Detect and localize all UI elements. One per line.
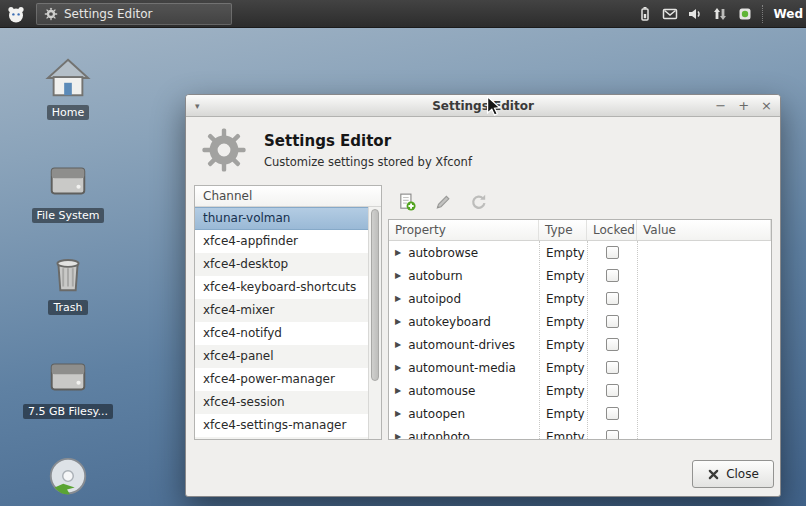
channel-column-header[interactable]: Channel xyxy=(195,186,381,207)
column-header-value[interactable]: Value xyxy=(637,220,771,240)
property-row[interactable]: ▶autoopen Empty xyxy=(389,402,771,425)
top-panel: Settings Editor Wed xyxy=(0,0,806,28)
taskbar-window-button[interactable]: Settings Editor xyxy=(36,3,232,25)
close-button[interactable]: Close xyxy=(692,460,774,488)
property-row[interactable]: ▶autoburn Empty xyxy=(389,264,771,287)
maximize-button[interactable]: + xyxy=(738,95,749,117)
property-name: autokeyboard xyxy=(408,315,491,329)
expander-icon[interactable]: ▶ xyxy=(395,340,401,349)
channel-item[interactable]: xfce4-power-manager xyxy=(195,368,368,391)
scrollbar-thumb[interactable] xyxy=(371,209,379,381)
locked-checkbox[interactable] xyxy=(606,338,619,351)
property-type: Empty xyxy=(539,338,587,352)
locked-checkbox[interactable] xyxy=(606,361,619,374)
property-row[interactable]: ▶autokeyboard Empty xyxy=(389,310,771,333)
property-row[interactable]: ▶autoipod Empty xyxy=(389,287,771,310)
expander-icon[interactable]: ▶ xyxy=(395,317,401,326)
property-type: Empty xyxy=(539,292,587,306)
properties-table: Property Type Locked Value ▶autobrowse E… xyxy=(388,219,772,440)
desktop-icon-trash[interactable]: Trash xyxy=(22,250,114,315)
locked-checkbox[interactable] xyxy=(606,292,619,305)
channel-item[interactable]: xfwm4 xyxy=(195,437,368,439)
column-header-property[interactable]: Property xyxy=(389,220,539,240)
desktop-icon-label: File System xyxy=(32,208,105,223)
channel-pane: Channel thunar-volman xfce4-appfinder xf… xyxy=(194,185,382,440)
expander-icon[interactable]: ▶ xyxy=(395,294,401,303)
property-name: autoopen xyxy=(408,407,465,421)
close-x-icon xyxy=(707,468,720,481)
properties-pane: Property Type Locked Value ▶autobrowse E… xyxy=(388,185,772,440)
locked-checkbox[interactable] xyxy=(606,430,619,439)
locked-checkbox[interactable] xyxy=(606,269,619,282)
edit-property-button[interactable] xyxy=(430,189,456,215)
column-gridline xyxy=(637,241,638,439)
property-row[interactable]: ▶autophoto Empty xyxy=(389,425,771,439)
locked-checkbox[interactable] xyxy=(606,384,619,397)
property-name: autobrowse xyxy=(408,246,478,260)
expander-icon[interactable]: ▶ xyxy=(395,363,401,372)
volume-icon[interactable] xyxy=(687,6,703,22)
applications-menu-button[interactable] xyxy=(0,0,32,28)
channel-scrollbar[interactable] xyxy=(368,207,381,439)
expander-icon[interactable]: ▶ xyxy=(395,409,401,418)
channel-item[interactable]: xfce4-panel xyxy=(195,345,368,368)
xfce-logo-icon xyxy=(6,4,26,24)
desktop-icon-filesystem[interactable]: File System xyxy=(22,158,114,223)
status-icon[interactable] xyxy=(737,6,753,22)
add-property-icon xyxy=(398,193,416,211)
desktop-icon-disc[interactable] xyxy=(22,455,114,501)
clock[interactable]: Wed xyxy=(772,7,803,21)
channel-list: thunar-volman xfce4-appfinder xfce4-desk… xyxy=(195,207,368,439)
locked-checkbox[interactable] xyxy=(606,246,619,259)
property-type: Empty xyxy=(539,430,587,440)
desktop-icon-home[interactable]: Home xyxy=(22,55,114,120)
mail-icon[interactable] xyxy=(662,6,678,22)
channel-item[interactable]: xfce4-session xyxy=(195,391,368,414)
channel-item[interactable]: xfce4-mixer xyxy=(195,299,368,322)
property-type: Empty xyxy=(539,384,587,398)
property-name: automouse xyxy=(408,384,475,398)
gear-icon xyxy=(44,7,58,21)
expander-icon[interactable]: ▶ xyxy=(395,248,401,257)
mouse-cursor xyxy=(483,95,505,117)
property-row[interactable]: ▶autobrowse Empty xyxy=(389,241,771,264)
column-gridline xyxy=(587,241,588,439)
locked-checkbox[interactable] xyxy=(606,315,619,328)
expander-icon[interactable]: ▶ xyxy=(395,386,401,395)
expander-icon[interactable]: ▶ xyxy=(395,432,401,439)
taskbar-window-label: Settings Editor xyxy=(64,7,153,21)
settings-editor-window: ▾ Settings Editor − + × Settings Editor … xyxy=(185,94,781,497)
property-row[interactable]: ▶automouse Empty xyxy=(389,379,771,402)
settings-gear-icon xyxy=(200,126,248,174)
column-header-locked[interactable]: Locked xyxy=(587,220,637,240)
minimize-button[interactable]: − xyxy=(715,95,726,117)
column-gridline xyxy=(539,241,540,439)
property-type: Empty xyxy=(539,246,587,260)
channel-item[interactable]: xfce4-settings-manager xyxy=(195,414,368,437)
channel-item[interactable]: xfce4-keyboard-shortcuts xyxy=(195,276,368,299)
column-header-type[interactable]: Type xyxy=(539,220,587,240)
property-name: automount-drives xyxy=(408,338,515,352)
trash-icon xyxy=(45,250,91,296)
reload-button[interactable] xyxy=(466,189,492,215)
channel-item[interactable]: xfce4-notifyd xyxy=(195,322,368,345)
expander-icon[interactable]: ▶ xyxy=(395,271,401,280)
property-name: autoburn xyxy=(408,269,463,283)
filesystem-icon xyxy=(45,158,91,204)
channel-item[interactable]: xfce4-appfinder xyxy=(195,230,368,253)
property-row[interactable]: ▶automount-drives Empty xyxy=(389,333,771,356)
close-window-button[interactable]: × xyxy=(761,95,772,117)
network-icon[interactable] xyxy=(712,6,728,22)
channel-item[interactable]: thunar-volman xyxy=(195,207,368,230)
channel-item[interactable]: xfce4-desktop xyxy=(195,253,368,276)
new-property-button[interactable] xyxy=(394,189,420,215)
property-name: autophoto xyxy=(408,430,470,440)
battery-icon[interactable] xyxy=(637,6,653,22)
desktop-icon-label: Trash xyxy=(48,300,87,315)
table-body: ▶autobrowse Empty ▶autoburn Empty ▶autoi… xyxy=(389,241,771,439)
volume-drive-icon xyxy=(45,354,91,400)
page-title: Settings Editor xyxy=(264,132,472,150)
locked-checkbox[interactable] xyxy=(606,407,619,420)
property-row[interactable]: ▶automount-media Empty xyxy=(389,356,771,379)
desktop-icon-volume[interactable]: 7.5 GB Filesy... xyxy=(22,354,114,419)
